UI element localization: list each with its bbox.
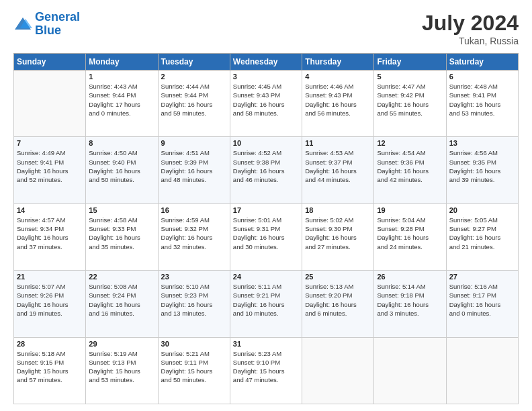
- day-info: Sunrise: 4:59 AM Sunset: 9:32 PM Dayligh…: [161, 216, 227, 251]
- day-cell: 31Sunrise: 5:23 AM Sunset: 9:10 PM Dayli…: [230, 337, 302, 404]
- calendar-header: SundayMondayTuesdayWednesdayThursdayFrid…: [14, 54, 519, 71]
- day-cell: 12Sunrise: 4:54 AM Sunset: 9:36 PM Dayli…: [374, 137, 446, 203]
- day-info: Sunrise: 4:53 AM Sunset: 9:37 PM Dayligh…: [305, 148, 371, 184]
- day-number: 15: [89, 206, 154, 214]
- day-cell: 29Sunrise: 5:19 AM Sunset: 9:13 PM Dayli…: [86, 337, 158, 404]
- day-number: 7: [17, 139, 83, 147]
- day-number: 10: [233, 139, 299, 147]
- page: General Blue July 2024 Tukan, Russia Sun…: [0, 0, 532, 411]
- day-number: 20: [449, 206, 515, 214]
- day-info: Sunrise: 4:52 AM Sunset: 9:38 PM Dayligh…: [233, 148, 299, 184]
- header: General Blue July 2024 Tukan, Russia: [13, 11, 519, 46]
- day-number: 6: [449, 73, 515, 81]
- day-info: Sunrise: 4:50 AM Sunset: 9:40 PM Dayligh…: [89, 148, 154, 184]
- logo-general: General: [35, 10, 80, 24]
- day-cell: 20Sunrise: 5:05 AM Sunset: 9:27 PM Dayli…: [446, 203, 518, 270]
- day-info: Sunrise: 5:21 AM Sunset: 9:11 PM Dayligh…: [161, 349, 227, 385]
- day-number: 19: [377, 206, 443, 214]
- day-number: 26: [377, 273, 443, 281]
- day-number: 16: [161, 206, 227, 214]
- day-cell: 5Sunrise: 4:47 AM Sunset: 9:42 PM Daylig…: [374, 71, 446, 137]
- day-info: Sunrise: 4:47 AM Sunset: 9:42 PM Dayligh…: [377, 82, 443, 118]
- day-cell: 19Sunrise: 5:04 AM Sunset: 9:28 PM Dayli…: [374, 203, 446, 270]
- logo-blue: Blue: [35, 24, 61, 37]
- day-number: 2: [161, 73, 227, 81]
- day-info: Sunrise: 4:44 AM Sunset: 9:44 PM Dayligh…: [161, 82, 227, 118]
- day-info: Sunrise: 4:48 AM Sunset: 9:41 PM Dayligh…: [449, 82, 515, 118]
- day-cell: 22Sunrise: 5:08 AM Sunset: 9:24 PM Dayli…: [86, 271, 158, 337]
- day-cell: 11Sunrise: 4:53 AM Sunset: 9:37 PM Dayli…: [302, 137, 374, 203]
- day-cell: 26Sunrise: 5:14 AM Sunset: 9:18 PM Dayli…: [374, 271, 446, 337]
- day-number: 29: [89, 340, 154, 348]
- day-number: 12: [377, 139, 443, 147]
- col-header-tuesday: Tuesday: [158, 54, 230, 71]
- day-cell: 23Sunrise: 5:10 AM Sunset: 9:23 PM Dayli…: [158, 271, 230, 337]
- day-number: 1: [89, 73, 154, 81]
- calendar-table: SundayMondayTuesdayWednesdayThursdayFrid…: [13, 53, 519, 404]
- day-cell: [302, 337, 374, 404]
- day-cell: 4Sunrise: 4:46 AM Sunset: 9:43 PM Daylig…: [302, 71, 374, 137]
- day-info: Sunrise: 5:01 AM Sunset: 9:31 PM Dayligh…: [233, 216, 299, 251]
- day-info: Sunrise: 4:54 AM Sunset: 9:36 PM Dayligh…: [377, 148, 443, 184]
- day-number: 23: [161, 273, 227, 281]
- week-row-2: 7Sunrise: 4:49 AM Sunset: 9:41 PM Daylig…: [14, 137, 519, 203]
- day-cell: 7Sunrise: 4:49 AM Sunset: 9:41 PM Daylig…: [14, 137, 86, 203]
- day-info: Sunrise: 4:56 AM Sunset: 9:35 PM Dayligh…: [449, 148, 515, 184]
- day-number: 25: [305, 273, 371, 281]
- day-number: 5: [377, 73, 443, 81]
- day-number: 9: [161, 139, 227, 147]
- day-info: Sunrise: 5:13 AM Sunset: 9:20 PM Dayligh…: [305, 282, 371, 318]
- day-cell: 6Sunrise: 4:48 AM Sunset: 9:41 PM Daylig…: [446, 71, 518, 137]
- week-row-1: 1Sunrise: 4:43 AM Sunset: 9:44 PM Daylig…: [14, 71, 519, 137]
- day-number: 17: [233, 206, 299, 214]
- day-number: 18: [305, 206, 371, 214]
- day-cell: [14, 71, 86, 137]
- col-header-monday: Monday: [86, 54, 158, 71]
- day-cell: 3Sunrise: 4:45 AM Sunset: 9:43 PM Daylig…: [230, 71, 302, 137]
- day-cell: 28Sunrise: 5:18 AM Sunset: 9:15 PM Dayli…: [14, 337, 86, 404]
- day-info: Sunrise: 4:49 AM Sunset: 9:41 PM Dayligh…: [17, 148, 83, 184]
- day-info: Sunrise: 5:02 AM Sunset: 9:30 PM Dayligh…: [305, 216, 371, 251]
- day-number: 21: [17, 273, 83, 281]
- day-info: Sunrise: 4:58 AM Sunset: 9:33 PM Dayligh…: [89, 216, 154, 251]
- week-row-5: 28Sunrise: 5:18 AM Sunset: 9:15 PM Dayli…: [14, 337, 519, 404]
- day-cell: 18Sunrise: 5:02 AM Sunset: 9:30 PM Dayli…: [302, 203, 374, 270]
- day-cell: 9Sunrise: 4:51 AM Sunset: 9:39 PM Daylig…: [158, 137, 230, 203]
- day-info: Sunrise: 5:23 AM Sunset: 9:10 PM Dayligh…: [233, 349, 299, 385]
- month-year: July 2024: [422, 11, 519, 36]
- col-header-friday: Friday: [374, 54, 446, 71]
- day-cell: 1Sunrise: 4:43 AM Sunset: 9:44 PM Daylig…: [86, 71, 158, 137]
- day-info: Sunrise: 5:16 AM Sunset: 9:17 PM Dayligh…: [449, 282, 515, 318]
- day-number: 24: [233, 273, 299, 281]
- day-info: Sunrise: 5:04 AM Sunset: 9:28 PM Dayligh…: [377, 216, 443, 251]
- location: Tukan, Russia: [422, 36, 519, 46]
- day-info: Sunrise: 5:07 AM Sunset: 9:26 PM Dayligh…: [17, 282, 83, 318]
- day-info: Sunrise: 5:08 AM Sunset: 9:24 PM Dayligh…: [89, 282, 154, 318]
- day-number: 30: [161, 340, 227, 348]
- day-cell: 25Sunrise: 5:13 AM Sunset: 9:20 PM Dayli…: [302, 271, 374, 337]
- day-info: Sunrise: 5:18 AM Sunset: 9:15 PM Dayligh…: [17, 349, 83, 385]
- day-number: 14: [17, 206, 83, 214]
- week-row-3: 14Sunrise: 4:57 AM Sunset: 9:34 PM Dayli…: [14, 203, 519, 270]
- day-cell: 8Sunrise: 4:50 AM Sunset: 9:40 PM Daylig…: [86, 137, 158, 203]
- day-info: Sunrise: 5:19 AM Sunset: 9:13 PM Dayligh…: [89, 349, 154, 385]
- day-info: Sunrise: 5:10 AM Sunset: 9:23 PM Dayligh…: [161, 282, 227, 318]
- logo-icon: [13, 15, 32, 34]
- day-cell: 30Sunrise: 5:21 AM Sunset: 9:11 PM Dayli…: [158, 337, 230, 404]
- title-block: July 2024 Tukan, Russia: [422, 11, 519, 46]
- day-number: 27: [449, 273, 515, 281]
- day-cell: [374, 337, 446, 404]
- header-row: SundayMondayTuesdayWednesdayThursdayFrid…: [14, 54, 519, 71]
- col-header-saturday: Saturday: [446, 54, 518, 71]
- col-header-thursday: Thursday: [302, 54, 374, 71]
- logo: General Blue: [13, 11, 80, 38]
- day-info: Sunrise: 4:57 AM Sunset: 9:34 PM Dayligh…: [17, 216, 83, 251]
- day-number: 28: [17, 340, 83, 348]
- day-number: 4: [305, 73, 371, 81]
- calendar-body: 1Sunrise: 4:43 AM Sunset: 9:44 PM Daylig…: [14, 71, 519, 404]
- day-cell: 15Sunrise: 4:58 AM Sunset: 9:33 PM Dayli…: [86, 203, 158, 270]
- day-number: 31: [233, 340, 299, 348]
- week-row-4: 21Sunrise: 5:07 AM Sunset: 9:26 PM Dayli…: [14, 271, 519, 337]
- day-info: Sunrise: 4:46 AM Sunset: 9:43 PM Dayligh…: [305, 82, 371, 118]
- day-number: 13: [449, 139, 515, 147]
